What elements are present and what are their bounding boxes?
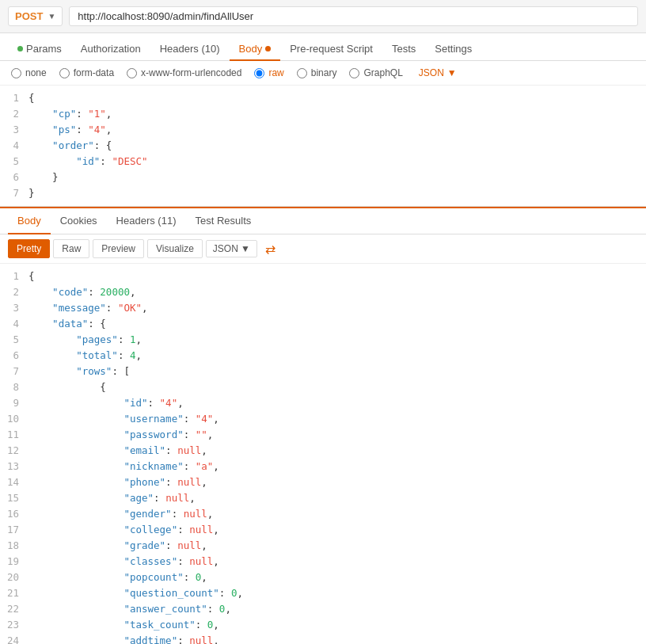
format-visualize-btn[interactable]: Visualize bbox=[147, 239, 203, 258]
request-tab-bar: Params Authorization Headers (10) Body P… bbox=[0, 33, 646, 61]
req-line-7: 7 } bbox=[0, 185, 646, 201]
tab-body-label: Body bbox=[239, 43, 263, 55]
req-line-3: 3 "ps": "4", bbox=[0, 122, 646, 138]
tab-authorization[interactable]: Authorization bbox=[71, 38, 150, 61]
top-bar: POST ▼ bbox=[0, 0, 646, 33]
res-line-21: 21 "question_count": 0, bbox=[0, 585, 646, 601]
res-line-1: 1 { bbox=[0, 269, 646, 284]
json-selector-label: JSON bbox=[419, 67, 444, 78]
req-line-2: 2 "cp": "1", bbox=[0, 106, 646, 122]
res-line-13: 13 "nickname": "a", bbox=[0, 459, 646, 474]
response-tab-cookies[interactable]: Cookies bbox=[51, 208, 107, 234]
radio-raw[interactable]: raw bbox=[254, 67, 283, 78]
method-select[interactable]: POST ▼ bbox=[8, 6, 63, 26]
res-line-2: 2 "code": 20000, bbox=[0, 284, 646, 300]
method-label: POST bbox=[15, 10, 43, 22]
wrap-icon[interactable]: ⇄ bbox=[265, 242, 276, 257]
params-dot bbox=[17, 46, 23, 51]
res-line-14: 14 "phone": null, bbox=[0, 474, 646, 490]
response-format-arrow: ▼ bbox=[241, 243, 250, 254]
res-line-9: 9 "id": "4", bbox=[0, 395, 646, 411]
req-line-1: 1 { bbox=[0, 90, 646, 106]
tab-params-label: Params bbox=[26, 43, 62, 55]
res-line-16: 16 "gender": null, bbox=[0, 506, 646, 522]
response-tab-body[interactable]: Body bbox=[8, 208, 51, 234]
res-line-24: 24 "addtime": null, bbox=[0, 633, 646, 644]
response-tab-headers-label: Headers (11) bbox=[116, 215, 177, 227]
url-input[interactable] bbox=[69, 6, 638, 26]
tab-body[interactable]: Body bbox=[230, 38, 281, 61]
body-dot bbox=[265, 46, 271, 51]
json-selector-arrow: ▼ bbox=[447, 67, 457, 78]
res-line-10: 10 "username": "4", bbox=[0, 411, 646, 427]
radio-formdata[interactable]: form-data bbox=[59, 67, 114, 78]
res-line-22: 22 "answer_count": 0, bbox=[0, 601, 646, 617]
response-tab-bar: Body Cookies Headers (11) Test Results bbox=[0, 208, 646, 234]
res-line-23: 23 "task_count": 0, bbox=[0, 617, 646, 633]
response-section: Body Cookies Headers (11) Test Results P… bbox=[0, 207, 646, 644]
res-line-3: 3 "message": "OK", bbox=[0, 300, 646, 316]
res-line-17: 17 "college": null, bbox=[0, 522, 646, 538]
res-line-15: 15 "age": null, bbox=[0, 490, 646, 506]
format-pretty-btn[interactable]: Pretty bbox=[8, 239, 50, 258]
request-body-editor[interactable]: 1 { 2 "cp": "1", 3 "ps": "4", 4 "order":… bbox=[0, 86, 646, 207]
response-tab-cookies-label: Cookies bbox=[60, 215, 97, 227]
res-line-8: 8 { bbox=[0, 379, 646, 395]
tab-tests[interactable]: Tests bbox=[382, 38, 425, 61]
tab-headers-label: Headers (10) bbox=[160, 43, 220, 55]
response-format-label: JSON bbox=[213, 243, 238, 254]
method-arrow: ▼ bbox=[48, 12, 55, 21]
res-line-5: 5 "pages": 1, bbox=[0, 332, 646, 348]
radio-none[interactable]: none bbox=[11, 67, 47, 78]
res-line-19: 19 "classes": null, bbox=[0, 554, 646, 570]
req-line-5: 5 "id": "DESC" bbox=[0, 154, 646, 170]
req-line-4: 4 "order": { bbox=[0, 138, 646, 154]
radio-binary[interactable]: binary bbox=[297, 67, 337, 78]
format-raw-btn[interactable]: Raw bbox=[53, 239, 89, 258]
tab-settings-label: Settings bbox=[435, 43, 472, 55]
res-line-6: 6 "total": 4, bbox=[0, 348, 646, 364]
res-line-20: 20 "popcount": 0, bbox=[0, 570, 646, 585]
tab-tests-label: Tests bbox=[392, 43, 416, 55]
res-line-11: 11 "password": "", bbox=[0, 427, 646, 443]
radio-graphql[interactable]: GraphQL bbox=[349, 67, 402, 78]
response-tab-test-results[interactable]: Test Results bbox=[185, 208, 260, 234]
tab-headers[interactable]: Headers (10) bbox=[150, 38, 230, 61]
res-line-7: 7 "rows": [ bbox=[0, 364, 646, 379]
res-line-4: 4 "data": { bbox=[0, 316, 646, 332]
req-line-6: 6 } bbox=[0, 170, 646, 185]
res-line-18: 18 "grade": null, bbox=[0, 538, 646, 554]
format-row: Pretty Raw Preview Visualize JSON ▼ ⇄ bbox=[0, 234, 646, 264]
tab-prerequest[interactable]: Pre-request Script bbox=[280, 38, 382, 61]
tab-authorization-label: Authorization bbox=[81, 43, 141, 55]
response-tab-body-label: Body bbox=[17, 215, 41, 227]
response-tab-test-results-label: Test Results bbox=[195, 215, 251, 227]
tab-prerequest-label: Pre-request Script bbox=[290, 43, 373, 55]
json-type-selector[interactable]: JSON ▼ bbox=[419, 67, 457, 78]
response-format-selector[interactable]: JSON ▼ bbox=[206, 240, 257, 257]
tab-params[interactable]: Params bbox=[8, 38, 71, 61]
res-line-12: 12 "email": null, bbox=[0, 443, 646, 459]
tab-settings[interactable]: Settings bbox=[425, 38, 481, 61]
body-type-radio-row: none form-data x-www-form-urlencoded raw… bbox=[0, 61, 646, 86]
format-preview-btn[interactable]: Preview bbox=[93, 239, 144, 258]
radio-urlencoded[interactable]: x-www-form-urlencoded bbox=[127, 67, 241, 78]
response-tab-headers[interactable]: Headers (11) bbox=[107, 208, 186, 234]
response-body-editor: 1 { 2 "code": 20000, 3 "message": "OK", … bbox=[0, 264, 646, 644]
